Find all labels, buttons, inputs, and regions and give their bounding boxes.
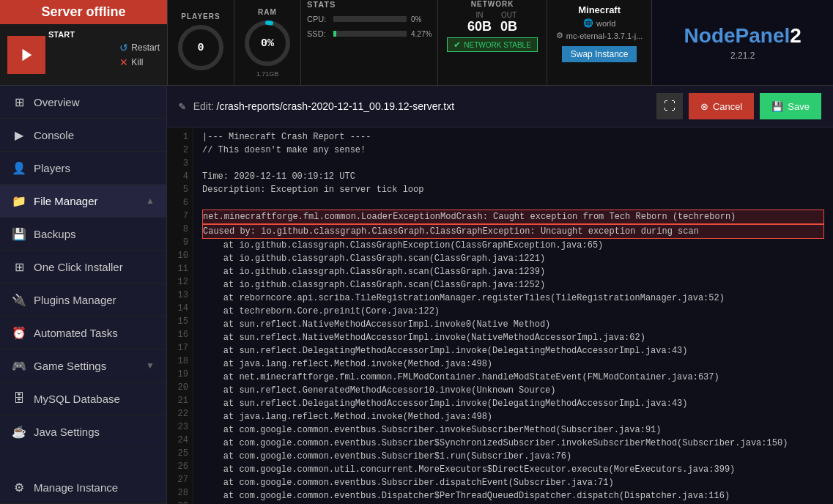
main-area: ⊞ Overview ▶ Console 👤 Players 📁 File Ma… [0, 86, 833, 504]
sidebar-gamesettings-label: Game Settings [34, 360, 106, 372]
edit-word: Edit: [193, 100, 214, 112]
nodepanel-block: NodePanel2 2.21.2 [652, 0, 833, 85]
cancel-icon: ⊗ [700, 101, 708, 112]
net-in-label: IN [476, 11, 484, 19]
apps-icon: ⊞ [12, 259, 26, 274]
ssd-pct: 4.27% [411, 30, 432, 38]
ram-value: 0% [261, 37, 274, 49]
file-content: 1234567891011121314151617181920212223242… [167, 127, 833, 504]
sidebar-filemanager-label: File Manager [34, 195, 98, 207]
gamepad-icon: 🎮 [12, 358, 26, 373]
start-button[interactable] [7, 36, 45, 74]
edit-actions: ⛶ ⊗ Cancel 💾 Save [656, 93, 821, 119]
kill-icon: ✕ [119, 56, 128, 68]
grid-icon: ⊞ [12, 94, 26, 109]
sidebar-oneclick-label: One Click Installer [34, 261, 123, 273]
sidebar-item-manage[interactable]: ⚙ Manage Instance [0, 471, 166, 504]
save-button[interactable]: 💾 Save [760, 93, 821, 119]
stats-bars: STATS CPU: 0% SSD: 4.27% [300, 0, 438, 85]
content-area: ✎ Edit: /crash-reports/crash-2020-12-11_… [167, 86, 833, 504]
folder-icon: 📁 [12, 193, 26, 208]
players-section: PLAYERS 0 [167, 0, 234, 85]
players-circle: 0 [175, 22, 226, 73]
sidebar-item-backups[interactable]: 💾 Backups [0, 218, 166, 251]
sidebar-manage-label: Manage Instance [34, 481, 118, 494]
edit-pencil-icon: ✎ [179, 99, 186, 114]
save-label: Save [788, 101, 810, 112]
backup-icon: 💾 [12, 226, 26, 241]
net-in-value: 60B [467, 19, 492, 34]
sidebar-item-mysql[interactable]: 🗄 MySQL Database [0, 382, 166, 415]
chevron-down-icon: ▼ [146, 360, 155, 371]
person-icon: 👤 [12, 160, 26, 175]
mc-version-row: ⚙ mc-eternal-1.3.7.1-j... [556, 31, 643, 40]
top-bar: Server offline START ↺ Restart ✕ Kill PL… [0, 0, 833, 86]
sidebar-item-java[interactable]: ☕ Java Settings [0, 415, 166, 448]
swap-instance-button[interactable]: Swap Instance [562, 46, 637, 62]
sidebar-item-plugins[interactable]: 🔌 Plugins Manager [0, 284, 166, 316]
puzzle-icon: 🔌 [12, 292, 26, 307]
network-title: NETWORK [471, 0, 514, 8]
server-status-block: Server offline START ↺ Restart ✕ Kill [0, 0, 167, 85]
ssd-label: SSD: [307, 29, 329, 38]
restart-kill-group: ↺ Restart ✕ Kill [119, 42, 160, 68]
cancel-label: Cancel [713, 101, 742, 112]
cancel-button[interactable]: ⊗ Cancel [689, 93, 754, 119]
network-block: NETWORK IN 60B OUT 0B ✔ NETWORK STABLE [438, 0, 547, 85]
net-out-label: OUT [501, 11, 517, 19]
minecraft-block: Minecraft 🌐 world ⚙ mc-eternal-1.3.7.1-j… [547, 0, 653, 85]
sidebar-java-label: Java Settings [34, 426, 100, 438]
net-in-col: IN 60B [467, 11, 492, 34]
restart-button[interactable]: ↺ Restart [119, 42, 160, 53]
sidebar: ⊞ Overview ▶ Console 👤 Players 📁 File Ma… [0, 86, 167, 504]
ssd-bar-fill [333, 31, 336, 37]
terminal-icon: ▶ [12, 127, 26, 142]
players-gauge: PLAYERS 0 [175, 12, 226, 73]
edit-file-path: /crash-reports/crash-2020-12-11_00.19.12… [217, 100, 455, 112]
sidebar-backups-label: Backups [34, 228, 76, 240]
nodepanel-2: 2 [790, 24, 801, 47]
players-value: 0 [197, 41, 204, 53]
cpu-pct: 0% [411, 15, 421, 23]
sidebar-item-file-manager[interactable]: 📁 File Manager ▲ [0, 185, 166, 218]
network-stable-badge: ✔ NETWORK STABLE [447, 37, 538, 52]
sidebar-item-one-click[interactable]: ⊞ One Click Installer [0, 251, 166, 284]
sidebar-mysql-label: MySQL Database [34, 393, 120, 405]
server-offline-banner: Server offline [0, 0, 167, 24]
mc-world-value: world [596, 19, 615, 28]
sidebar-plugins-label: Plugins Manager [34, 294, 116, 306]
sidebar-item-game-settings[interactable]: 🎮 Game Settings ▼ [0, 349, 166, 382]
sidebar-item-automated[interactable]: ⏰ Automated Tasks [0, 316, 166, 349]
nodepanel-logo: NodePanel2 [684, 24, 801, 48]
svg-marker-0 [23, 48, 32, 61]
ram-label: RAM [258, 8, 277, 16]
sidebar-item-players[interactable]: 👤 Players [0, 152, 166, 185]
network-stable-icon: ✔ [453, 40, 461, 50]
ram-sub: 1.71GB [256, 70, 279, 78]
chevron-up-icon: ▲ [146, 196, 155, 206]
kill-button[interactable]: ✕ Kill [119, 56, 160, 68]
edit-header: ✎ Edit: /crash-reports/crash-2020-12-11_… [167, 86, 833, 127]
globe-icon: 🌐 [583, 18, 593, 28]
start-restart-kill-area: START ↺ Restart ✕ Kill [0, 24, 167, 85]
settings-icon: ⚙ [12, 480, 26, 494]
db-icon: 🗄 [12, 391, 26, 406]
minecraft-title: Minecraft [578, 4, 621, 15]
sidebar-automated-label: Automated Tasks [34, 327, 118, 339]
mc-version-value: mc-eternal-1.3.7.1-j... [566, 32, 643, 40]
ram-circle: 0% [242, 18, 293, 69]
ram-section: RAM 0% 1.71GB [234, 0, 300, 85]
code-area[interactable]: |--- Minecraft Crash Report ----// This … [193, 127, 833, 504]
save-icon: 💾 [771, 101, 783, 112]
mc-world-row: 🌐 world [583, 18, 615, 28]
sidebar-console-label: Console [34, 129, 74, 141]
network-stable-label: NETWORK STABLE [464, 41, 531, 49]
players-label: PLAYERS [181, 12, 220, 21]
sidebar-item-console[interactable]: ▶ Console [0, 119, 166, 152]
fullscreen-button[interactable]: ⛶ [656, 93, 683, 119]
stats-title: STATS [307, 0, 432, 9]
sidebar-item-overview[interactable]: ⊞ Overview [0, 86, 166, 119]
restart-icon: ↺ [119, 42, 128, 53]
sidebar-spacer [0, 448, 166, 471]
cpu-bar-bg [333, 16, 407, 22]
